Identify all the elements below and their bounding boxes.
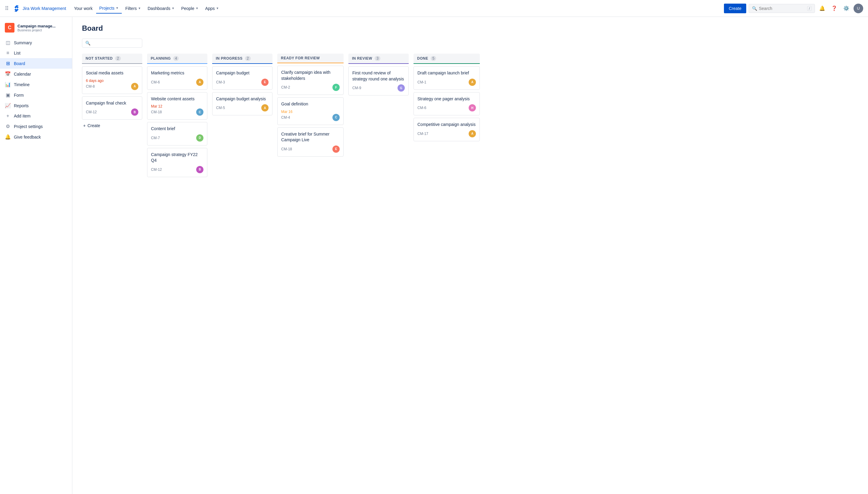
card-id: CM-12 bbox=[151, 168, 162, 172]
sidebar-item-list[interactable]: ≡ List bbox=[0, 48, 72, 58]
top-navigation: ⠿ Jira Work Management Your work Proje bbox=[0, 0, 868, 17]
sidebar-item-summary[interactable]: ◫ Summary bbox=[0, 37, 72, 48]
sidebar-item-board[interactable]: ⊞ Board bbox=[0, 58, 72, 69]
card-avatar: A bbox=[196, 79, 203, 86]
nav-your-work[interactable]: Your work bbox=[71, 4, 95, 13]
column-header-in-review: IN REVIEW3 bbox=[348, 54, 409, 64]
board-column-not-started: NOT STARTED2Social media assets6 days ag… bbox=[82, 54, 142, 130]
sidebar-item-form[interactable]: ▣ Form bbox=[0, 90, 72, 100]
nav-people[interactable]: People ▼ bbox=[178, 4, 202, 13]
card-footer: CM-18C bbox=[151, 109, 203, 116]
column-header-not-started: NOT STARTED2 bbox=[82, 54, 142, 64]
nav-projects[interactable]: Projects ▼ bbox=[96, 3, 122, 14]
board-card[interactable]: Campaign final checkCM-12B bbox=[82, 96, 142, 120]
board-container: NOT STARTED2Social media assets6 days ag… bbox=[82, 54, 858, 177]
board-card[interactable]: Campaign budgetCM-3E bbox=[212, 66, 273, 90]
card-footer: CM-12B bbox=[151, 166, 203, 173]
user-avatar[interactable]: U bbox=[853, 4, 863, 13]
card-footer: CM-18E bbox=[281, 146, 340, 153]
board-card[interactable]: Marketing metricsCM-6A bbox=[147, 66, 207, 90]
board-search-box[interactable]: 🔍 bbox=[82, 39, 142, 48]
column-count: 4 bbox=[173, 56, 179, 61]
column-header-done: DONE5 bbox=[413, 54, 480, 64]
card-footer: CM-3E bbox=[216, 79, 269, 86]
board-card[interactable]: Draft campaign launch briefCM-1A bbox=[413, 66, 480, 90]
board-card[interactable]: Creative brief for Summer Campaign LiveC… bbox=[277, 128, 344, 157]
page-title: Board bbox=[82, 24, 858, 33]
card-id: CM-4 bbox=[281, 115, 290, 119]
nav-apps[interactable]: Apps ▼ bbox=[202, 4, 222, 13]
main-content: Board 🔍 NOT STARTED2Social media assets6… bbox=[72, 17, 868, 494]
column-cards-planning: Marketing metricsCM-6AWebsite content as… bbox=[147, 66, 207, 177]
board-column-done: DONE5Draft campaign launch briefCM-1AStr… bbox=[413, 54, 480, 141]
create-link[interactable]: + Create bbox=[82, 121, 142, 130]
help-button[interactable]: ❓ bbox=[829, 4, 839, 13]
card-title: Draft campaign launch brief bbox=[418, 70, 476, 76]
card-date: Mar 12 bbox=[151, 104, 203, 109]
card-footer: CM-6A bbox=[151, 79, 203, 86]
column-header-planning: PLANNING4 bbox=[147, 54, 207, 64]
column-header-in-progress: IN PROGRESS2 bbox=[212, 54, 273, 64]
settings-button[interactable]: ⚙️ bbox=[842, 4, 851, 13]
sidebar-item-give-feedback[interactable]: 🔔 Give feedback bbox=[0, 132, 72, 142]
card-id: CM-18 bbox=[281, 147, 292, 151]
card-date: 6 days ago bbox=[86, 79, 138, 83]
sidebar-item-calendar[interactable]: 📅 Calendar bbox=[0, 69, 72, 79]
grid-icon[interactable]: ⠿ bbox=[5, 5, 9, 12]
project-type: Business project bbox=[17, 28, 55, 32]
projects-arrow-icon: ▼ bbox=[116, 6, 119, 10]
card-id: CM-18 bbox=[151, 110, 162, 114]
sidebar-item-add-item[interactable]: + Add item bbox=[0, 111, 72, 121]
board-card[interactable]: Campaign strategy FY22 Q4CM-12B bbox=[147, 148, 207, 177]
project-name: Campaign manage... bbox=[17, 24, 55, 28]
board-card[interactable]: Clarify campaign idea with stakeholdersC… bbox=[277, 66, 344, 95]
card-title: Marketing metrics bbox=[151, 70, 203, 76]
timeline-icon: 📊 bbox=[5, 82, 11, 87]
nav-right: 🔍 / 🔔 ❓ ⚙️ U bbox=[749, 4, 863, 13]
nav-dashboards[interactable]: Dashboards ▼ bbox=[145, 4, 178, 13]
board-card[interactable]: Goal definitionMar 16CM-4C bbox=[277, 97, 344, 125]
card-avatar: E bbox=[261, 79, 269, 86]
logo-text: Jira Work Management bbox=[23, 6, 66, 11]
notifications-button[interactable]: 🔔 bbox=[817, 4, 827, 13]
board-card[interactable]: Content briefCM-7D bbox=[147, 122, 207, 146]
search-input[interactable] bbox=[759, 6, 805, 11]
project-settings-icon: ⚙ bbox=[5, 124, 11, 129]
card-title: Campaign strategy FY22 Q4 bbox=[151, 152, 203, 164]
board-search-input[interactable] bbox=[92, 41, 139, 45]
board-card[interactable]: Strategy one pager analysisCM-6H bbox=[413, 92, 480, 116]
card-footer: CM-1A bbox=[418, 79, 476, 86]
card-footer: CM-7D bbox=[151, 134, 203, 141]
column-count: 5 bbox=[431, 56, 437, 61]
board-card[interactable]: Campaign budget analysisCM-5A bbox=[212, 92, 273, 116]
column-cards-not-started: Social media assets6 days agoCM-8ACampai… bbox=[82, 66, 142, 119]
column-title: PLANNING bbox=[151, 56, 171, 60]
board-card[interactable]: First round review of strategy round one… bbox=[348, 66, 409, 95]
board-card[interactable]: Website content assetsMar 12CM-18C bbox=[147, 92, 207, 120]
nav-filters[interactable]: Filters ▼ bbox=[122, 4, 144, 13]
create-label: Create bbox=[87, 123, 100, 128]
sidebar-item-timeline[interactable]: 📊 Timeline bbox=[0, 79, 72, 90]
card-title: Campaign budget analysis bbox=[216, 96, 269, 102]
column-title: IN PROGRESS bbox=[216, 56, 243, 60]
people-arrow-icon: ▼ bbox=[196, 7, 199, 10]
column-cards-in-progress: Campaign budgetCM-3ECampaign budget anal… bbox=[212, 66, 273, 115]
plus-icon: + bbox=[83, 123, 86, 128]
card-avatar: B bbox=[196, 166, 203, 173]
create-button[interactable]: Create bbox=[724, 4, 746, 13]
card-avatar: A bbox=[469, 130, 476, 137]
board-icon: ⊞ bbox=[5, 60, 11, 66]
board-card[interactable]: Social media assets6 days agoCM-8A bbox=[82, 66, 142, 94]
jira-logo-icon bbox=[12, 4, 21, 13]
card-id: CM-12 bbox=[86, 110, 97, 114]
main-layout: C Campaign manage... Business project ◫ … bbox=[0, 17, 868, 494]
project-icon: C bbox=[5, 23, 15, 33]
sidebar-item-reports[interactable]: 📈 Reports bbox=[0, 100, 72, 111]
board-card[interactable]: Competitive campaign analysisCM-17A bbox=[413, 118, 480, 141]
column-header-ready-for-review: READY FOR REVIEW bbox=[277, 54, 344, 63]
card-footer: CM-17A bbox=[418, 130, 476, 137]
search-box[interactable]: 🔍 / bbox=[749, 4, 815, 13]
sidebar-item-project-settings[interactable]: ⚙ Project settings bbox=[0, 121, 72, 132]
card-title: Clarify campaign idea with stakeholders bbox=[281, 70, 340, 81]
card-avatar: E bbox=[332, 146, 340, 153]
